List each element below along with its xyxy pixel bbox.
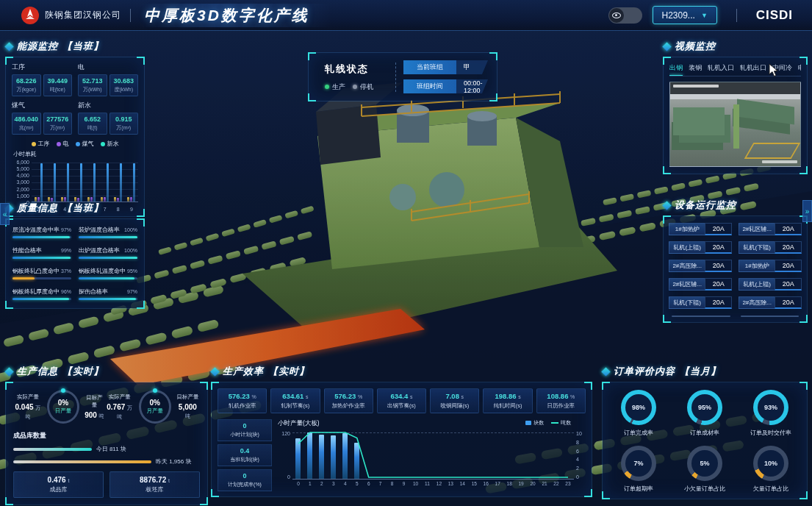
quality-bar-fill xyxy=(79,257,137,259)
hourly-chart-area: 1200 1086420 xyxy=(278,431,586,480)
mini-stat: 0.4 当班轧制(块) xyxy=(218,444,272,466)
equipment-scroll-hint[interactable] xyxy=(672,316,799,317)
mill-status-title: 轧线状态 xyxy=(325,63,388,76)
visibility-toggle[interactable] xyxy=(608,7,642,24)
xtick: 22 xyxy=(550,481,562,486)
panel-video-monitor: 视频监控 出钢装钢轧机入口轧机出口中间冷电加热 xyxy=(664,40,807,174)
energy-stat-unit: 兆(m³) xyxy=(14,124,39,132)
header-divider-2 xyxy=(736,9,737,22)
equipment-item[interactable]: 轧机(下辊) 20A xyxy=(739,241,802,254)
equipment-item[interactable]: 2#高压除... 20A xyxy=(669,260,732,272)
video-tab-1[interactable]: 装钢 xyxy=(689,63,702,73)
mini-label: 小时计划(块) xyxy=(219,431,270,438)
legend-label: 煤气 xyxy=(82,140,94,148)
left-collapse-tab[interactable]: « xyxy=(0,203,10,225)
orders-title-text: 订单评价内容 xyxy=(614,365,675,378)
daily-output-gauge: 0% 日产量 xyxy=(47,390,79,424)
bar xyxy=(40,163,43,202)
equipment-label: 1#加热炉 xyxy=(669,223,705,235)
bar-group xyxy=(71,163,85,202)
ytick: 120 xyxy=(278,431,290,436)
energy-group-name: 煤气 xyxy=(12,101,72,110)
stock-title: 成品库数量 xyxy=(13,431,200,441)
xtick: 23 xyxy=(562,481,574,486)
energy-stat-tile: 68.226 万(kgce) xyxy=(12,74,41,96)
mini-value: 0.4 xyxy=(219,447,270,455)
efficiency-card: 198.86 s 纯轧时间(s) xyxy=(483,388,532,413)
production-period-text: 【实时】 xyxy=(62,365,104,378)
equipment-label: 轧机(上辊) xyxy=(669,241,705,254)
order-gauge: 5% 小欠量订单占比 xyxy=(673,446,736,493)
mini-value: 0 xyxy=(219,422,270,430)
donut-percent: 95% xyxy=(691,394,718,421)
quality-label: 钢板终轧厚度命中 xyxy=(12,288,60,296)
monthly-target-label: 目标产量 xyxy=(176,393,200,401)
order-gauge: 7% 订单超期率 xyxy=(607,446,670,493)
diamond-icon xyxy=(662,42,672,51)
equipment-item[interactable]: 轧机(下辊) 20A xyxy=(669,296,732,309)
equipment-item[interactable]: 2#轧区辅... 20A xyxy=(739,223,802,235)
xtick: 12 xyxy=(433,481,445,486)
status-dot xyxy=(353,85,357,89)
feed-beam xyxy=(670,94,800,99)
heat-number-select[interactable]: H2309... ▼ xyxy=(653,6,717,24)
diamond-icon xyxy=(4,367,14,377)
daily-gauge-label: 日产量 xyxy=(55,407,72,415)
donut-percent: 93% xyxy=(758,394,784,421)
video-tab-2[interactable]: 轧机入口 xyxy=(708,63,734,73)
quality-bar-fill xyxy=(79,236,137,238)
company-logo xyxy=(21,6,40,25)
feed-crane xyxy=(733,104,739,149)
xtick: 1 xyxy=(304,481,316,486)
energy-stat-value: 30.683 xyxy=(112,77,137,85)
equipment-item[interactable]: 2#高压除... 20A xyxy=(739,296,802,309)
efficiency-cards: 576.23 % 轧机作业率 634.61 s 轧制节奏(s) 576.23 %… xyxy=(218,388,586,413)
quality-label: 出炉温度合格率 xyxy=(79,246,120,254)
energy-groups: 工序 68.226 万(kgce) 39.449 吨(tce) 电 52.713… xyxy=(12,63,138,135)
video-tab-0[interactable]: 出钢 xyxy=(669,63,683,73)
energy-title-text: 能源监控 xyxy=(17,40,58,53)
header-bar: 陕钢集团汉钢公司 中厚板3D数字化产线 H2309... ▼ CISDI xyxy=(0,0,812,31)
quality-value: 97% xyxy=(61,227,71,232)
equipment-item[interactable]: 轧机(上辊) 20A xyxy=(669,241,732,254)
hourly-chart: 小时产量(大板) 块数 吨数 1200 1086420 012345678910… xyxy=(278,419,586,491)
bar-group xyxy=(45,163,58,202)
equipment-item[interactable]: 1#加热炉 20A xyxy=(669,223,732,235)
energy-stat-tile: 52.713 万(kWh) xyxy=(78,74,107,96)
efficiency-card: 576.23 % 加热炉作业率 xyxy=(324,388,373,413)
efficiency-card: 576.23 % 轧机作业率 xyxy=(218,388,267,413)
quality-bar-fill xyxy=(12,298,69,300)
card-value: 576.23 % xyxy=(326,392,372,400)
donut-percent: 7% xyxy=(625,450,652,477)
bar xyxy=(80,163,82,202)
status-dot xyxy=(325,85,329,89)
video-tab-5[interactable]: 电加热 xyxy=(798,63,801,73)
warehouse-stats: 0.476 t 成品库 8876.72 t 板坯库 xyxy=(13,471,200,498)
card-label: 纯轧时间(s) xyxy=(484,402,531,410)
legend-dot xyxy=(76,142,80,146)
equipment-current: 20A xyxy=(705,278,732,291)
equipment-item[interactable]: 2#轧区辅... 20A xyxy=(669,278,732,291)
energy-group: 电 52.713 万(kWh) 30.683 度(kWh) xyxy=(78,63,138,96)
quality-label: 装炉温度合格率 xyxy=(79,226,120,234)
equipment-item[interactable]: 1#加热炉 20A xyxy=(739,260,802,272)
quality-value: 37% xyxy=(61,268,71,274)
video-tab-3[interactable]: 轧机出口 xyxy=(740,63,766,73)
diamond-icon xyxy=(4,42,14,51)
donut-label: 订单及时交付率 xyxy=(750,429,791,437)
right-collapse-tab[interactable]: » xyxy=(802,200,812,222)
bar xyxy=(107,163,109,202)
video-feed[interactable] xyxy=(669,82,801,167)
legend-label: 吨数 xyxy=(561,419,571,427)
quality-bar-track xyxy=(79,257,137,259)
banner-value: 甲 xyxy=(456,60,488,74)
daily-target-value: 900 吨 xyxy=(84,411,105,420)
xtick: 17 xyxy=(492,481,503,486)
logo-wrap: 陕钢集团汉钢公司 xyxy=(21,6,121,25)
energy-stat-value: 486.040 xyxy=(14,115,39,123)
energy-group: 煤气 486.040 兆(m³) 277576 万(m³) xyxy=(12,101,72,135)
panel-energy-monitor: 能源监控 【当班】 工序 68.226 万(kgce) 39.449 吨(tce… xyxy=(6,40,144,216)
quality-bar-track xyxy=(12,277,71,279)
equipment-item[interactable]: 轧机(上辊) 20A xyxy=(739,278,802,291)
mini-label: 计划完成率(%) xyxy=(219,481,270,488)
